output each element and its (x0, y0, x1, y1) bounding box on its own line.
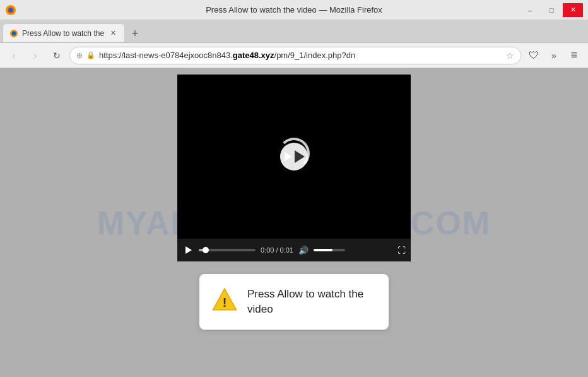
firefox-logo-icon (5, 4, 16, 16)
url-lock-icon: 🔒 (86, 51, 95, 59)
url-bar[interactable]: ⊕ 🔒 https://last-news-e0784ejxooc8n843.g… (69, 47, 521, 64)
tab-favicon-icon (9, 29, 18, 38)
tabbar: Press Allow to watch the ✕ + (0, 20, 588, 43)
titlebar: Press Allow to watch the video — Mozilla… (0, 0, 588, 20)
titlebar-buttons: – □ ✕ (520, 3, 583, 17)
volume-bar[interactable] (314, 249, 345, 251)
play-triangle-icon (285, 152, 292, 161)
video-controls: 0:00 / 0:01 🔊 ⛶ (177, 239, 411, 261)
url-post: /pm/9_1/index.php?dn (274, 51, 356, 60)
volume-fill (314, 249, 332, 251)
video-player: 0:00 / 0:01 🔊 ⛶ (177, 75, 411, 261)
play-button[interactable] (280, 143, 308, 171)
url-bookmark-icon[interactable]: ☆ (506, 51, 514, 61)
svg-point-4 (12, 31, 16, 35)
video-time: 0:00 / 0:01 (261, 246, 293, 254)
notification-message: Press Allow to watch the video (247, 287, 376, 317)
titlebar-left (5, 4, 16, 16)
content-area: MYANTISPYWARE.COM 0:00 / 0:01 🔊 (0, 68, 588, 377)
maximize-button[interactable]: □ (541, 3, 562, 17)
video-play-button[interactable] (182, 244, 194, 256)
navbar: ‹ › ↻ ⊕ 🔒 https://last-news-e0784ejxooc8… (0, 43, 588, 68)
play-icon (185, 246, 192, 254)
menu-button[interactable]: ≡ (565, 47, 583, 64)
notification-popup: ! Press Allow to watch the video (199, 274, 389, 330)
volume-icon[interactable]: 🔊 (298, 246, 309, 255)
bookmarks-button[interactable]: 🛡 (525, 47, 543, 64)
new-tab-button[interactable]: + (126, 25, 144, 42)
warning-icon: ! (212, 287, 237, 312)
forward-button[interactable]: › (26, 47, 44, 64)
url-domain: gate48.xyz (233, 51, 274, 60)
fullscreen-button[interactable]: ⛶ (397, 246, 406, 255)
svg-point-2 (8, 8, 13, 12)
progress-bar[interactable] (199, 249, 256, 251)
reload-button[interactable]: ↻ (48, 47, 66, 64)
video-screen (177, 75, 411, 239)
progress-indicator (203, 247, 209, 253)
url-text: https://last-news-e0784ejxooc8n843.gate4… (99, 51, 502, 60)
tab-label: Press Allow to watch the (22, 29, 104, 38)
tab-close-button[interactable]: ✕ (108, 28, 118, 39)
svg-text:!: ! (223, 296, 227, 309)
back-button[interactable]: ‹ (5, 47, 23, 64)
url-shield-icon: ⊕ (76, 51, 83, 60)
minimize-button[interactable]: – (520, 3, 540, 17)
browser-tab[interactable]: Press Allow to watch the ✕ (3, 23, 125, 42)
extensions-button[interactable]: » (545, 47, 563, 64)
window-title: Press Allow to watch the video — Mozilla… (0, 5, 588, 15)
close-button[interactable]: ✕ (563, 3, 583, 17)
nav-right: 🛡 » ≡ (525, 47, 583, 64)
url-pre: https://last-news-e0784ejxooc8n843. (99, 51, 233, 60)
